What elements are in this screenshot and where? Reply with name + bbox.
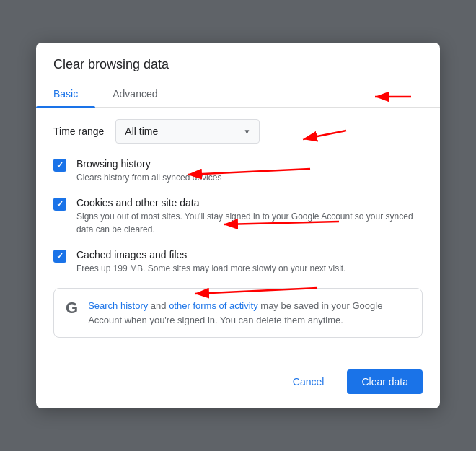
- tabs-container: Basic Advanced: [36, 81, 440, 108]
- clear-data-button[interactable]: Clear data: [347, 369, 423, 394]
- cancel-button[interactable]: Cancel: [278, 369, 339, 394]
- tab-basic[interactable]: Basic: [36, 81, 95, 107]
- browsing-history-item: Browsing history Clears history from all…: [53, 158, 423, 184]
- clear-browsing-data-dialog: Clear browsing data Basic Advanced Time …: [36, 43, 440, 408]
- chevron-down-icon: ▼: [243, 128, 250, 136]
- dialog-body: Time range All time ▼ Browsing history C…: [36, 108, 440, 364]
- info-box-text: Search history and other forms of activi…: [88, 299, 410, 327]
- cached-desc: Frees up 199 MB. Some sites may load mor…: [76, 262, 423, 275]
- google-g-icon: G: [66, 299, 78, 318]
- browsing-history-desc: Clears history from all synced devices: [76, 171, 423, 184]
- browsing-history-checkbox[interactable]: [53, 159, 66, 172]
- dialog-outer: Clear browsing data Basic Advanced Time …: [36, 43, 440, 408]
- dialog-title: Clear browsing data: [36, 43, 440, 72]
- info-text-between: and: [148, 300, 169, 311]
- cached-item: Cached images and files Frees up 199 MB.…: [53, 249, 423, 275]
- browsing-history-text: Browsing history Clears history from all…: [76, 158, 423, 184]
- cookies-desc: Signs you out of most sites. You'll stay…: [76, 210, 423, 236]
- cached-checkbox[interactable]: [53, 250, 66, 263]
- browsing-history-title: Browsing history: [76, 158, 423, 170]
- cookies-text: Cookies and other site data Signs you ou…: [76, 197, 423, 236]
- cookies-checkbox[interactable]: [53, 198, 66, 211]
- tab-advanced[interactable]: Advanced: [95, 81, 175, 107]
- cached-text: Cached images and files Frees up 199 MB.…: [76, 249, 423, 275]
- search-history-link[interactable]: Search history: [88, 300, 148, 311]
- cookies-item: Cookies and other site data Signs you ou…: [53, 197, 423, 236]
- cached-title: Cached images and files: [76, 249, 423, 260]
- time-range-value: All time: [125, 126, 158, 137]
- time-range-row: Time range All time ▼: [53, 119, 423, 144]
- dialog-footer: Cancel Clear data: [36, 364, 440, 408]
- other-forms-link[interactable]: other forms of activity: [169, 300, 258, 311]
- google-info-box: G Search history and other forms of acti…: [53, 288, 423, 338]
- cookies-title: Cookies and other site data: [76, 197, 423, 209]
- time-range-select[interactable]: All time ▼: [115, 119, 260, 144]
- time-range-label: Time range: [53, 126, 104, 137]
